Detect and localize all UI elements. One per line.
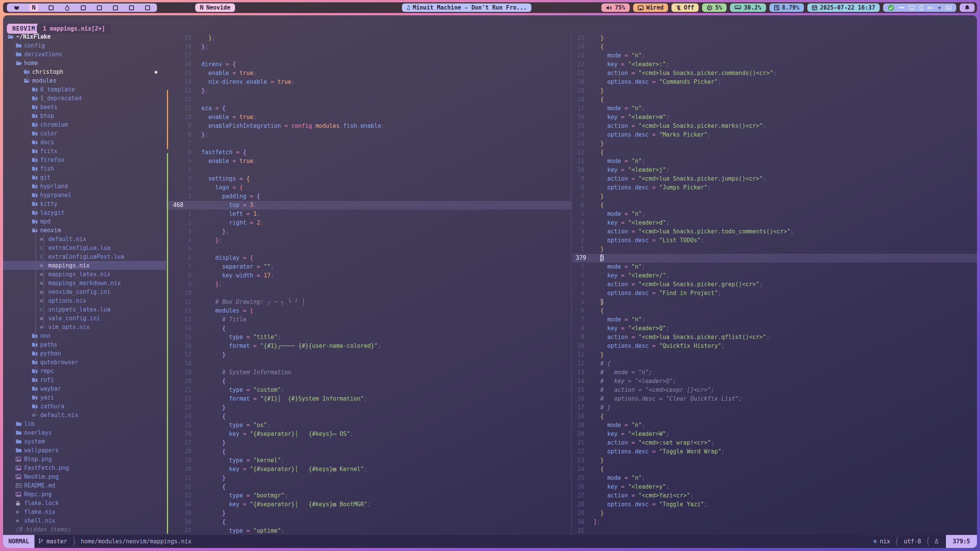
- code-line[interactable]: 20 key = "<leader>W";: [573, 430, 977, 439]
- code-line[interactable]: 18: [166, 359, 571, 368]
- tree-item-~-NixFlake[interactable]: ~/NixFlake: [3, 32, 166, 41]
- code-line[interactable]: 10 options.desc = "Quickfix History";: [573, 342, 977, 350]
- module-cpu[interactable]: 5%: [702, 3, 727, 12]
- code-line[interactable]: 22 options.desc = "Toggle Word Wrap";: [573, 447, 977, 456]
- code-line[interactable]: 9 };: [166, 280, 571, 289]
- code-line[interactable]: 8 key.width = 17;: [166, 271, 571, 280]
- tree-item-chromium[interactable]: chromium: [3, 120, 166, 129]
- code-line[interactable]: 29 type = "kernel";: [166, 456, 571, 465]
- code-line[interactable]: 12 {: [573, 148, 977, 157]
- code-line[interactable]: 24 {: [573, 465, 977, 474]
- tree-item-README.md[interactable]: README.md: [3, 481, 166, 490]
- code-line[interactable]: 23 }: [166, 403, 571, 412]
- code-line[interactable]: 11 }: [573, 350, 977, 359]
- code-line[interactable]: 10: [166, 289, 571, 298]
- code-line[interactable]: 8 options.desc = "Jumps Picker";: [573, 183, 977, 192]
- tree-item-NeoVim.png[interactable]: NeoVim.png: [3, 472, 166, 481]
- code-line[interactable]: 11 mode = "n";: [573, 157, 977, 166]
- tree-item-vale_config.ini[interactable]: ⚙vale_config.ini: [3, 314, 166, 323]
- code-line[interactable]: 21 action = "<cmd>lua Snacks.picker.comm…: [573, 69, 977, 78]
- code-line[interactable]: 1 padding = {: [166, 192, 571, 201]
- code-line[interactable]: 13 }: [573, 139, 977, 148]
- code-line[interactable]: 15 # action = "<cmd>cexpr []<cr>";: [573, 386, 977, 395]
- tree-item-Rmpc.png[interactable]: Rmpc.png: [3, 490, 166, 499]
- workspace-3-square-icon[interactable]: [47, 4, 54, 11]
- tree-item-system[interactable]: system: [3, 437, 166, 446]
- code-line[interactable]: 2 logo = {: [166, 183, 571, 192]
- tree-item-qutebrowser[interactable]: qutebrowser: [3, 358, 166, 367]
- code-line[interactable]: 11 eza = {: [166, 104, 571, 113]
- workspace-7-square-icon[interactable]: [112, 4, 119, 11]
- tray-check-circle-icon[interactable]: [888, 5, 894, 11]
- code-line[interactable]: 23 }: [573, 456, 977, 465]
- tree-item-git[interactable]: git: [3, 173, 166, 182]
- code-line[interactable]: 24 {: [573, 42, 977, 51]
- tree-item-nnn[interactable]: nnn: [3, 331, 166, 340]
- code-line[interactable]: 7: [166, 139, 571, 148]
- code-line[interactable]: 37 type = "uptime";: [166, 527, 571, 535]
- code-line[interactable]: 18 {: [573, 95, 977, 104]
- code-line[interactable]: 4 key = "<leader>d";: [573, 218, 977, 227]
- workspace-9-square-icon[interactable]: [144, 4, 151, 11]
- code-line[interactable]: 31: [573, 527, 977, 535]
- tree-item-default.nix[interactable]: ❄default.nix: [3, 235, 166, 243]
- code-line[interactable]: 17: [166, 51, 571, 60]
- tree-item-mappings_latex.nix[interactable]: ❄mappings_latex.nix: [3, 270, 166, 279]
- code-line[interactable]: 6 fastfetch = {: [166, 148, 571, 157]
- tree-item-mappings_markdown.nix[interactable]: ❄mappings_markdown.nix: [3, 279, 166, 287]
- code-line[interactable]: 5: [166, 245, 571, 254]
- code-line[interactable]: 21 action = "<cmd>:set wrap!<cr>";: [573, 439, 977, 447]
- code-line[interactable]: 6 display = {: [166, 254, 571, 262]
- tree-item-waybar[interactable]: waybar: [3, 384, 166, 393]
- code-line[interactable]: 11 # Box Drawing: ╭ ─ ╮ ╰ ╯ │: [166, 298, 571, 306]
- tray-phone-icon[interactable]: [920, 5, 923, 10]
- code-line[interactable]: 17 # }: [573, 403, 977, 412]
- workspaces[interactable]: N: [7, 3, 157, 12]
- neovide-window-badge[interactable]: N Neovide: [195, 3, 235, 12]
- tree-item-lazygit[interactable]: lazygit: [3, 208, 166, 217]
- notification-bell[interactable]: [960, 3, 975, 12]
- code-line[interactable]: 25 type = "os";: [166, 421, 571, 430]
- code-line[interactable]: 5 mode = "n";: [573, 210, 977, 218]
- code-line[interactable]: 17 mode = "n";: [573, 104, 977, 113]
- code-line[interactable]: 22 key = "<leader>:";: [573, 60, 977, 69]
- code-line[interactable]: 13 # mode = "n";: [573, 368, 977, 377]
- code-line[interactable]: 27 action = "<cmd>Yazi<cr>";: [573, 491, 977, 500]
- code-line[interactable]: 2 options.desc = "List TODOs";: [573, 236, 977, 245]
- workspace-4-flame-icon[interactable]: [64, 4, 70, 11]
- tree-item-color[interactable]: color: [3, 129, 166, 138]
- code-line[interactable]: 3 };: [166, 227, 571, 236]
- code-line[interactable]: 24 {: [166, 412, 571, 421]
- code-line[interactable]: 27 }: [166, 439, 571, 447]
- code-line[interactable]: 19 }: [573, 86, 977, 95]
- code-line[interactable]: 13 # Title: [166, 315, 571, 324]
- tree-item-default.nix[interactable]: ❄default.nix: [3, 411, 166, 419]
- tree-item-home[interactable]: home: [3, 59, 166, 67]
- tree-item-snippets_latex.lua[interactable]: ☾snippets_latex.lua: [3, 305, 166, 314]
- code-line[interactable]: 13 };: [166, 86, 571, 95]
- tree-item-fcitx[interactable]: fcitx: [3, 147, 166, 155]
- code-line[interactable]: 32 {: [166, 483, 571, 491]
- code-line[interactable]: 22 format = "{#1}│ {#}System Information…: [166, 395, 571, 403]
- tree-item-kitty[interactable]: kitty: [3, 199, 166, 208]
- code-line[interactable]: 7 separator = "";: [166, 262, 571, 271]
- code-line[interactable]: 4 options.desc = "Find in Project";: [573, 289, 977, 298]
- code-line[interactable]: 10 key = "<leader>j";: [573, 166, 977, 174]
- code-line[interactable]: 379 {: [573, 254, 977, 262]
- code-line[interactable]: 9 action = "<cmd>lua Snacks.picker.qflis…: [573, 333, 977, 342]
- tray-keyboard-icon[interactable]: [946, 6, 952, 10]
- code-line[interactable]: 30 ];: [573, 518, 977, 527]
- module-volume[interactable]: 75%: [601, 3, 630, 12]
- code-line[interactable]: 14 # key = "<leader>Q";: [573, 377, 977, 386]
- code-line[interactable]: 23 mode = "n";: [573, 51, 977, 60]
- code-line[interactable]: 7 mode = "n";: [573, 315, 977, 324]
- tree-item-lib[interactable]: lib: [3, 419, 166, 428]
- code-line[interactable]: 1 left = 1;: [166, 210, 571, 218]
- code-line[interactable]: 19 };: [166, 34, 571, 42]
- tree-item-paths[interactable]: paths: [3, 340, 166, 349]
- workspace-6-square-icon[interactable]: [96, 4, 103, 11]
- code-line[interactable]: 12 modules = [: [166, 306, 571, 315]
- code-line[interactable]: 25 mode = "n";: [573, 474, 977, 483]
- code-line[interactable]: 3 settings = {: [166, 174, 571, 183]
- code-line[interactable]: 34 key = "{#separator}│ {#keys}▤ BootMGR…: [166, 500, 571, 509]
